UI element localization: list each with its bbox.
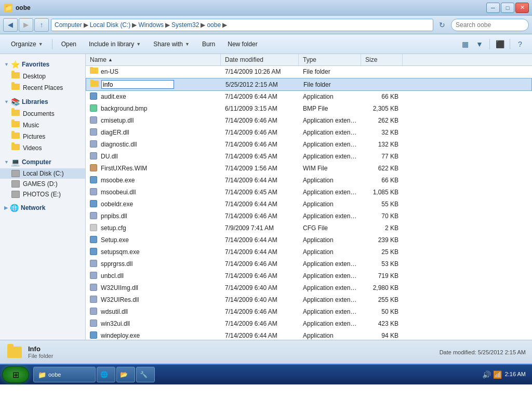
table-row[interactable]: pnpibs.dll 7/14/2009 6:46 AM Application…	[86, 210, 532, 222]
include-in-library-button[interactable]: Include in library ▼	[83, 37, 147, 51]
taskbar-window-item[interactable]: 📁 oobe	[33, 367, 96, 382]
table-row[interactable]: diagnostic.dll 7/14/2009 6:46 AM Applica…	[86, 139, 532, 151]
taskbar-item-4[interactable]: 🔧	[136, 367, 155, 382]
file-size-cell: 53 KB	[361, 260, 403, 268]
address-path[interactable]: Computer ▶ Local Disk (C:) ▶ Windows ▶ S…	[51, 19, 433, 31]
sidebar-libraries-header[interactable]: ▼ 📚 Libraries	[0, 96, 85, 108]
help-button[interactable]: ?	[513, 38, 527, 50]
share-with-button[interactable]: Share with ▼	[148, 37, 195, 51]
sidebar-item-photos-e[interactable]: PHOTOS (E:)	[0, 189, 85, 200]
table-row[interactable]: en-US 7/14/2009 10:26 AM File folder	[86, 66, 532, 78]
refresh-button[interactable]: ↻	[435, 19, 449, 31]
sidebar-item-documents[interactable]: Documents	[0, 108, 85, 119]
file-size-cell: 262 KB	[361, 116, 403, 125]
path-windows[interactable]: Windows	[138, 21, 164, 29]
views-button[interactable]: ▦	[458, 38, 472, 50]
file-name-cell: windeploy.exe	[86, 331, 221, 340]
sidebar-network-header[interactable]: ▶ 🌐 Network	[0, 202, 85, 214]
sidebar-section-libraries: ▼ 📚 Libraries Documents Music Pictures V…	[0, 96, 85, 154]
sidebar-item-recent-places[interactable]: Recent Places	[0, 82, 85, 94]
table-row[interactable]: audit.exe 7/14/2009 6:44 AM Application …	[86, 91, 532, 103]
file-date-cell: 5/25/2012 2:15 AM	[221, 81, 299, 89]
minimize-button[interactable]: ─	[486, 3, 500, 13]
table-row[interactable]: 5/25/2012 2:15 AM File folder	[86, 78, 532, 91]
table-row[interactable]: wdsutil.dll 7/14/2009 6:46 AM Applicatio…	[86, 306, 532, 318]
path-localdisk[interactable]: Local Disk (C:)	[90, 21, 131, 29]
path-oobe[interactable]: oobe	[207, 21, 221, 29]
file-type-cell: File folder	[299, 81, 362, 89]
up-button[interactable]: ↑	[34, 18, 49, 32]
file-type-cell: CFG File	[299, 224, 361, 232]
table-row[interactable]: cmisetup.dll 7/14/2009 6:46 AM Applicati…	[86, 115, 532, 127]
open-button[interactable]: Open	[56, 37, 82, 51]
file-icon	[90, 176, 98, 184]
include-dropdown-arrow: ▼	[136, 42, 141, 47]
file-date-cell: 7/14/2009 10:26 AM	[221, 68, 299, 76]
organize-button[interactable]: Organize ▼	[5, 37, 49, 51]
sidebar-computer-header[interactable]: ▼ 💻 Computer	[0, 156, 85, 168]
infobar: Info File folder Date modified: 5/25/201…	[0, 340, 532, 364]
table-row[interactable]: spprgrss.dll 7/14/2009 6:46 AM Applicati…	[86, 258, 532, 270]
table-row[interactable]: DU.dll 7/14/2009 6:45 AM Application ext…	[86, 151, 532, 163]
file-name-cell: en-US	[86, 67, 221, 76]
table-row[interactable]: msoobe.exe 7/14/2009 6:44 AM Application…	[86, 175, 532, 187]
tray-icons: 🔊 📶	[482, 370, 502, 379]
sidebar-item-music[interactable]: Music	[0, 119, 85, 131]
file-size-cell	[362, 84, 403, 85]
taskbar: ⊞ 📁 oobe 🌐 📂 🔧 🔊 📶 2:16 AM	[0, 364, 532, 384]
new-folder-button[interactable]: New folder	[222, 37, 263, 51]
file-date-cell: 7/14/2009 6:46 AM	[221, 272, 299, 280]
table-row[interactable]: Setup.exe 7/14/2009 6:44 AM Application …	[86, 234, 532, 246]
table-row[interactable]: win32ui.dll 7/14/2009 6:46 AM Applicatio…	[86, 318, 532, 330]
views-dropdown[interactable]: ▼	[473, 38, 486, 50]
sidebar-item-games-d[interactable]: GAMES (D:)	[0, 179, 85, 189]
taskbar-item-3[interactable]: 📂	[116, 367, 135, 382]
file-date-cell: 7/14/2009 6:44 AM	[221, 176, 299, 184]
tray-icon-2[interactable]: 📶	[493, 370, 502, 379]
taskbar-item-2[interactable]: 🌐	[97, 367, 115, 382]
start-button[interactable]: ⊞	[2, 366, 29, 383]
file-icon	[90, 308, 98, 316]
table-row[interactable]: W32UIRes.dll 7/14/2009 6:40 AM Applicati…	[86, 294, 532, 306]
file-type-cell: Application extens...	[299, 296, 361, 304]
file-name-cell: unbcl.dll	[86, 271, 221, 281]
column-size-header[interactable]: Size	[361, 54, 403, 65]
table-row[interactable]: setup.cfg 7/9/2009 7:41 AM CFG File 2 KB	[86, 222, 532, 234]
sidebar-item-videos[interactable]: Videos	[0, 142, 85, 154]
tray-icon-1[interactable]: 🔊	[482, 370, 491, 379]
table-row[interactable]: W32UIImg.dll 7/14/2009 6:40 AM Applicati…	[86, 282, 532, 294]
table-row[interactable]: setupsqm.exe 7/14/2009 6:44 AM Applicati…	[86, 246, 532, 258]
column-type-header[interactable]: Type	[299, 54, 361, 65]
path-computer[interactable]: Computer	[55, 21, 82, 29]
forward-button[interactable]: ▶	[19, 18, 33, 32]
file-name-cell: msoobe.exe	[86, 176, 221, 185]
file-icon	[90, 140, 98, 149]
close-button[interactable]: ✕	[515, 3, 529, 13]
search-input[interactable]	[456, 21, 532, 29]
sidebar-item-localdisk-c[interactable]: Local Disk (C:)	[0, 168, 85, 179]
sidebar-item-pictures[interactable]: Pictures	[0, 131, 85, 142]
table-row[interactable]: oobeldr.exe 7/14/2009 6:44 AM Applicatio…	[86, 198, 532, 210]
file-name-cell: cmisetup.dll	[86, 116, 221, 125]
table-row[interactable]: unbcl.dll 7/14/2009 6:46 AM Application …	[86, 270, 532, 282]
file-size-cell: 2,305 KB	[361, 104, 403, 113]
search-box: 🔍	[451, 19, 529, 31]
file-date-cell: 7/9/2009 7:41 AM	[221, 224, 299, 232]
table-row[interactable]: msoobeui.dll 7/14/2009 6:45 AM Applicati…	[86, 187, 532, 198]
favorites-expand-icon: ▼	[4, 62, 9, 67]
rename-input[interactable]	[101, 80, 174, 89]
column-name-header[interactable]: Name ▲	[86, 54, 221, 65]
sidebar-favorites-header[interactable]: ▼ ⭐ Favorites	[0, 58, 85, 71]
back-button[interactable]: ◀	[3, 18, 18, 32]
sidebar-item-desktop[interactable]: Desktop	[0, 71, 85, 82]
system-clock[interactable]: 2:16 AM	[505, 370, 526, 378]
maximize-button[interactable]: □	[501, 3, 514, 13]
table-row[interactable]: background.bmp 6/11/2009 3:15 AM BMP Fil…	[86, 103, 532, 115]
table-row[interactable]: diagER.dll 7/14/2009 6:46 AM Application…	[86, 127, 532, 139]
table-row[interactable]: windeploy.exe 7/14/2009 6:44 AM Applicat…	[86, 330, 532, 340]
column-date-header[interactable]: Date modified	[221, 54, 299, 65]
burn-button[interactable]: Burn	[196, 37, 221, 51]
preview-pane-button[interactable]: ⬛	[493, 38, 507, 50]
path-system32[interactable]: System32	[171, 21, 199, 29]
table-row[interactable]: FirstUXRes.WIM 7/14/2009 1:56 AM WIM Fil…	[86, 163, 532, 175]
